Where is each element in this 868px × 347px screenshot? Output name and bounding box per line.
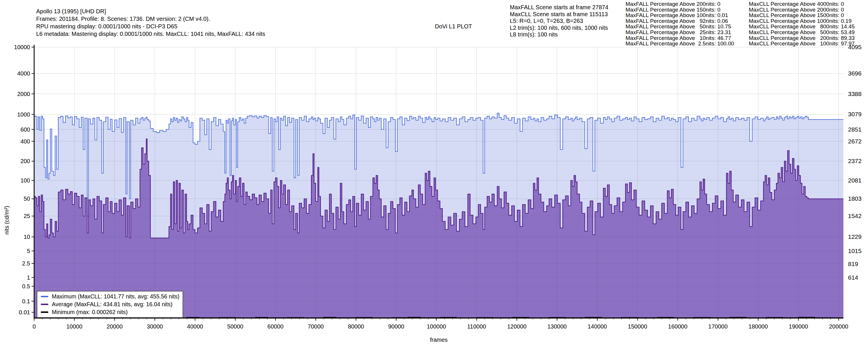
- x-axis-tick-label: 70000: [308, 323, 324, 329]
- x-axis-tick-label: 90000: [388, 323, 404, 329]
- y-axis-tick-label-left: 5: [27, 248, 30, 254]
- y-axis-tick-label-left: 400: [21, 138, 30, 145]
- legend-key-line-icon: [41, 304, 48, 305]
- x-axis-tick-label: 60000: [267, 323, 283, 329]
- x-axis-tick-label: 120000: [507, 323, 527, 329]
- chart-legend: Maximum (MaxCLL: 1041.77 nits, avg: 455.…: [37, 291, 183, 318]
- y-axis-tick-label-right: 1803: [848, 195, 862, 202]
- y-axis-tick-label-right: 614: [848, 274, 858, 281]
- y-axis-tick-label-right: 1229: [848, 233, 862, 240]
- y-axis-tick-label-right: 2081: [848, 177, 862, 184]
- x-axis-tick-label: 130000: [548, 323, 567, 329]
- y-axis-tick-label-left: 0.5: [22, 283, 30, 289]
- y-axis-tick-label-right: 2851: [848, 126, 862, 133]
- y-axis-tick-label-right: 3388: [848, 91, 862, 97]
- legend-key-line-icon: [41, 311, 48, 313]
- x-axis-tick-label: 140000: [588, 323, 607, 329]
- y-axis-tick-label-left: 4000: [18, 70, 30, 76]
- x-axis-tick-label: 200000: [829, 323, 848, 329]
- legend-key-line-icon: [41, 296, 48, 297]
- y-axis-tick-label-right: 3696: [848, 70, 862, 76]
- y-axis-tick-label-right: 2672: [848, 138, 862, 145]
- x-axis-tick-label: 180000: [748, 323, 768, 329]
- x-axis-tick-label: 190000: [789, 323, 808, 329]
- x-axis-tick-label: 0: [32, 323, 36, 329]
- x-axis-tick-label: 100000: [427, 323, 446, 329]
- y-axis-tick-label-left: 10: [24, 234, 30, 240]
- x-axis-tick-label: 50000: [227, 323, 243, 329]
- y-axis-tick-label-left: 10000: [14, 44, 30, 50]
- y-axis-tick-label-left: 0.01: [19, 309, 30, 315]
- y-axis-tick-label-left: 600: [21, 126, 30, 133]
- legend-entry: Minimum (max: 0.000262 nits): [41, 309, 183, 315]
- dovi-l1-plot-page: Apollo 13 (1995) [UHD DR]Frames: 201184.…: [0, 0, 868, 347]
- y-axis-tick-label-left: 1000: [18, 111, 30, 118]
- x-axis-tick-label: 170000: [708, 323, 728, 329]
- x-axis-title: frames: [430, 337, 447, 343]
- x-axis-tick-label: 10000: [66, 323, 83, 329]
- legend-entry: Maximum (MaxCLL: 1041.77 nits, avg: 455.…: [41, 293, 183, 300]
- y-axis-tick-label-left: 200: [21, 158, 30, 164]
- x-axis-tick-label: 80000: [348, 323, 364, 329]
- legend-label: Minimum (max: 0.000262 nits): [52, 309, 128, 315]
- x-axis-tick-label: 20000: [106, 323, 123, 329]
- legend-entry: Average (MaxFALL: 434.81 nits, avg: 16.0…: [41, 301, 183, 308]
- legend-label: Maximum (MaxCLL: 1041.77 nits, avg: 455.…: [52, 293, 179, 300]
- y-axis-tick-label-right: 2372: [848, 158, 862, 164]
- y-axis-tick-label-right: 4095: [848, 44, 862, 50]
- y-axis-tick-label-left: 2000: [18, 91, 30, 97]
- y-axis-tick-label-left: 0.1: [22, 298, 30, 305]
- x-axis-tick-label: 160000: [668, 323, 687, 329]
- y-axis-tick-label-left: 2.5: [22, 260, 30, 266]
- y-axis-tick-label-right: 819: [848, 260, 858, 267]
- legend-label: Average (MaxFALL: 434.81 nits, avg: 16.0…: [52, 301, 173, 308]
- y-axis-tick-label-left: 1: [27, 275, 30, 281]
- y-axis-tick-label-left: 100: [21, 177, 30, 184]
- x-axis-tick-label: 30000: [147, 323, 163, 329]
- y-axis-tick-label-right: 3079: [848, 111, 862, 117]
- y-axis-tick-label-left: 25: [24, 213, 30, 219]
- x-axis-tick-label: 110000: [467, 323, 486, 329]
- y-axis-tick-label-right: 1015: [848, 248, 862, 254]
- y-axis-tick-label-left: 50: [24, 195, 30, 202]
- y-axis-title: nits (cd/m²): [3, 206, 10, 235]
- y-axis-tick-label-right: 1542: [848, 213, 862, 219]
- x-axis-tick-label: 150000: [628, 323, 647, 329]
- x-axis-tick-label: 40000: [187, 323, 203, 329]
